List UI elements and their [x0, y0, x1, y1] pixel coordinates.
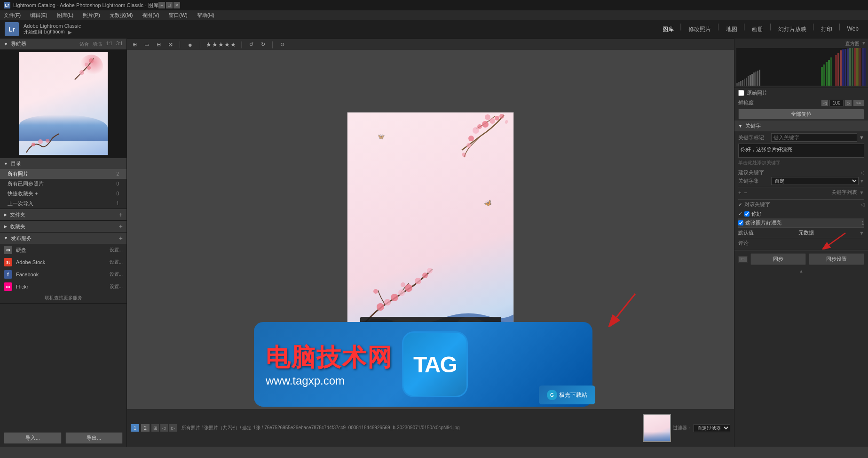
keyword-list-add[interactable]: +: [738, 190, 741, 195]
star-rating[interactable]: ★★★★★: [206, 41, 237, 48]
related-dropdown[interactable]: ◁: [860, 201, 864, 208]
publish-item-facebook[interactable]: f Facebook 设置...: [0, 268, 126, 281]
svg-point-9: [495, 116, 499, 121]
import-button[interactable]: 导入...: [4, 432, 62, 444]
minimize-button[interactable]: −: [158, 2, 165, 8]
publish-facebook-settings[interactable]: 设置...: [110, 271, 123, 278]
next-button[interactable]: ▷: [169, 424, 177, 432]
right-panel-scroll-up[interactable]: ▲: [734, 268, 868, 274]
publish-services-header[interactable]: ▼ 发布服务 +: [0, 233, 126, 244]
publish-item-disk[interactable]: ▭ 硬盘 设置...: [0, 244, 126, 256]
menu-help[interactable]: 帮助(H): [195, 12, 216, 19]
orig-photo-checkbox[interactable]: [738, 90, 744, 96]
publish-item-adobe-stock[interactable]: St Adobe Stock 设置...: [0, 256, 126, 268]
filmstrip-thumb[interactable]: [643, 414, 671, 442]
keyword-section-header[interactable]: ▼ 关键字: [734, 121, 868, 131]
fill-zoom[interactable]: 填满: [93, 41, 102, 48]
nav-module-develop[interactable]: 修改照片: [684, 24, 716, 35]
full-reset-button[interactable]: 全部复位: [738, 109, 864, 120]
svg-point-2: [87, 66, 91, 70]
window-controls[interactable]: − □ ✕: [158, 2, 180, 8]
grid-view-button[interactable]: ⊞: [131, 41, 139, 48]
menu-metadata[interactable]: 元数据(M): [108, 12, 135, 19]
maximize-button[interactable]: □: [166, 2, 173, 8]
rotate-left-button[interactable]: ↺: [247, 41, 255, 48]
keyword-record-dropdown[interactable]: ▼: [859, 135, 864, 140]
left-panel: ▼ 导航器 适合 填满 1:1 3:1: [0, 39, 127, 447]
sync-settings-button[interactable]: 同步设置: [809, 253, 864, 265]
svg-line-69: [829, 233, 845, 245]
svg-rect-55: [835, 55, 837, 86]
grid-view-small[interactable]: ⊞: [151, 424, 159, 432]
meta-dropdown[interactable]: ▼: [859, 230, 864, 236]
publish-flickr-settings[interactable]: 设置...: [110, 283, 123, 290]
close-button[interactable]: ✕: [174, 2, 180, 8]
keyword-set-dropdown[interactable]: ▼: [860, 178, 864, 184]
publish-services-add-button[interactable]: +: [119, 234, 123, 242]
orig-photo-row: 原始照片: [734, 88, 868, 98]
vibrance-max[interactable]: »»: [853, 100, 864, 106]
catalog-item-synced[interactable]: 所有已同步照片 0: [0, 179, 126, 189]
publish-disk-settings[interactable]: 设置...: [110, 247, 123, 253]
nav-module-slideshow[interactable]: 幻灯片放映: [773, 24, 811, 35]
filter-select[interactable]: 自定过滤器: [694, 424, 730, 432]
page-1[interactable]: 1: [131, 424, 139, 432]
prev-button[interactable]: ◁: [160, 424, 168, 432]
vibrance-increase[interactable]: ▷: [844, 100, 852, 106]
keyword-set-select[interactable]: 自定: [771, 177, 859, 185]
nav-module-library[interactable]: 图库: [658, 24, 679, 35]
meta-value[interactable]: 元数据: [798, 229, 814, 236]
menu-photo[interactable]: 照片(P): [81, 12, 102, 19]
rotate-right-button[interactable]: ↻: [259, 41, 267, 48]
folders-add-button[interactable]: +: [119, 211, 123, 218]
sync-checkbox[interactable]: □: [738, 256, 748, 263]
survey-view-button[interactable]: ⊠: [166, 41, 174, 48]
catalog-item-all[interactable]: 所有照片 2: [0, 169, 126, 179]
menu-view[interactable]: 视图(V): [140, 12, 161, 19]
svg-point-15: [499, 114, 504, 119]
kw-checkbox-1[interactable]: [738, 220, 743, 225]
catalog-header[interactable]: ▼ 目录: [0, 158, 126, 169]
menu-edit[interactable]: 编辑(E): [28, 12, 49, 19]
page-2[interactable]: 2: [141, 424, 150, 432]
zoom-3-1[interactable]: 3:1: [116, 41, 123, 48]
cycle-button[interactable]: ⊚: [278, 41, 286, 48]
keyword-list-dropdown[interactable]: ▼: [859, 190, 864, 195]
svg-rect-61: [849, 48, 851, 86]
svg-point-27: [398, 289, 405, 296]
vibrance-decrease[interactable]: ◁: [821, 100, 829, 106]
more-services-link[interactable]: 联机查找更多服务: [0, 293, 126, 303]
vibrance-value[interactable]: [829, 100, 844, 106]
nav-module-web[interactable]: Web: [843, 24, 863, 35]
nav-module-map[interactable]: 地图: [721, 24, 742, 35]
menu-window[interactable]: 窗口(W): [167, 12, 189, 19]
catalog-item-quick[interactable]: 快捷收藏夹 + 0: [0, 189, 126, 199]
suggest-dropdown[interactable]: ◁: [860, 170, 864, 175]
menu-library[interactable]: 图库(L): [55, 12, 75, 19]
nav-module-book[interactable]: 画册: [747, 24, 768, 35]
lr-logo: Lr: [5, 22, 19, 36]
sync-button[interactable]: 同步: [750, 253, 806, 265]
people-view-button[interactable]: ☻: [186, 41, 195, 48]
loupe-view-button[interactable]: ▭: [142, 41, 151, 48]
catalog-item-last-import[interactable]: 上一次导入 1: [0, 199, 126, 209]
collections-header[interactable]: ▶ 收藏夹 +: [0, 221, 126, 232]
collections-add-button[interactable]: +: [119, 223, 123, 230]
kw-item-label-0: 你好: [751, 210, 762, 217]
publish-adobe-settings[interactable]: 设置...: [110, 259, 123, 265]
keyword-record-input[interactable]: [771, 133, 857, 142]
svg-rect-65: [859, 48, 861, 86]
zoom-1-1[interactable]: 1:1: [106, 41, 112, 48]
menu-file[interactable]: 文件(F): [2, 12, 23, 19]
fit-zoom[interactable]: 适合: [79, 41, 89, 48]
export-button[interactable]: 导出...: [65, 432, 123, 444]
publish-item-flickr[interactable]: ●● Flickr 设置...: [0, 281, 126, 293]
navigator-header[interactable]: ▼ 导航器 适合 填满 1:1 3:1: [0, 39, 126, 49]
kw-checkbox-0[interactable]: [744, 211, 750, 217]
title-bar: Lr Lightroom Catalog - Adobe Photoshop L…: [0, 0, 868, 10]
compare-view-button[interactable]: ⊟: [155, 41, 163, 48]
jiaguajizai-logo: G 极光下载站: [539, 386, 595, 404]
folders-header[interactable]: ▶ 文件夹 +: [0, 209, 126, 220]
nav-module-print[interactable]: 打印: [816, 24, 837, 35]
histogram-dropdown-icon[interactable]: ▼: [861, 40, 866, 47]
